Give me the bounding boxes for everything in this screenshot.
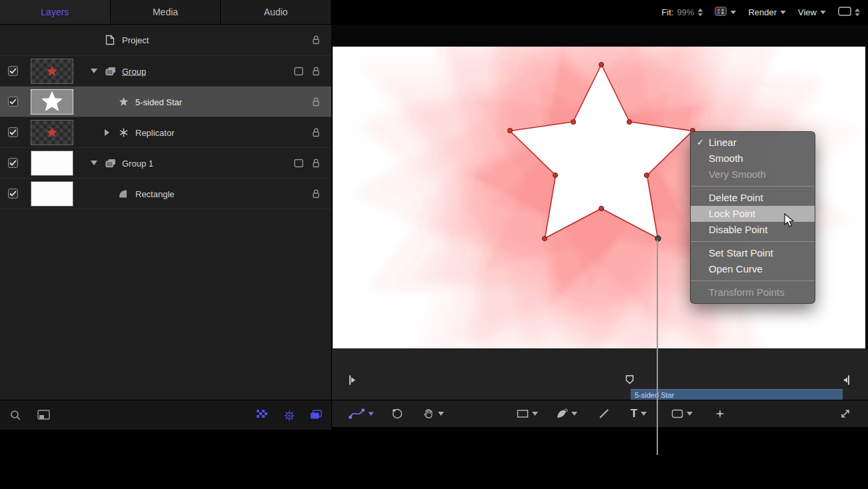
layer-row-rectangle[interactable]: Rectangle [0,179,331,209]
layer-name[interactable]: 5-sided Star [135,97,182,107]
text-tool-icon: T [631,407,637,420]
visibility-checkbox[interactable] [8,158,18,168]
lock-icon[interactable] [311,127,321,137]
bezier-shape-tool[interactable] [556,408,577,419]
layers-panel: Layers Media Audio Project [0,0,331,430]
checkerboard-icon[interactable] [257,410,267,418]
visibility-checkbox[interactable] [8,189,18,199]
menu-item-disable-point[interactable]: Disable Point [691,222,815,238]
layer-name[interactable]: Replicator [135,127,175,137]
render-menu[interactable]: Render [748,7,786,17]
rectangle-tool[interactable] [517,409,538,418]
display-control[interactable] [838,7,860,18]
menu-item-set-start-point[interactable]: Set Start Point [691,245,815,261]
visibility-checkbox[interactable] [8,66,18,76]
lock-icon[interactable] [311,189,321,199]
layer-row-group-1[interactable]: Group 1 [0,148,331,179]
group-icon [105,159,116,168]
menu-item-lock-point[interactable]: Lock Point [691,206,815,222]
fit-label: Fit: [661,7,673,17]
color-channels-control[interactable] [715,7,736,18]
gear-icon[interactable] [283,410,295,422]
fit-stepper[interactable] [697,9,703,17]
canvas-toolbar: Fit: 99% Render View [332,0,868,25]
view-label: View [798,7,817,17]
mask-rectangle-tool[interactable] [671,409,693,418]
layer-row-replicator[interactable]: Replicator [0,117,331,148]
timeline-clip-5-sided-star[interactable]: 5-sided Star [631,389,843,400]
mouse-cursor [784,213,796,228]
panel-tab-bar: Layers Media Audio [0,0,331,25]
expand-view-icon[interactable] [840,408,851,419]
disclosure-triangle[interactable] [105,129,109,136]
shape-star-icon [119,97,129,107]
layer-row-project[interactable]: Project [0,25,331,56]
tab-layers[interactable]: Layers [0,0,111,24]
menu-item-open-curve[interactable]: Open Curve [691,261,815,277]
blend-square-icon[interactable] [294,67,303,75]
layer-thumbnail[interactable] [31,89,73,115]
blend-square-icon[interactable] [294,159,303,167]
chevron-down-icon [687,412,693,416]
text-tool[interactable]: T [631,407,647,420]
checkmark-icon: ✓ [697,135,704,151]
menu-item-delete-point[interactable]: Delete Point [691,190,815,206]
chevron-down-icon [780,11,786,15]
fit-control[interactable]: Fit: 99% [661,7,703,17]
replicator-icon [119,127,129,137]
layers-stack-icon[interactable] [310,410,322,420]
layer-thumbnail[interactable] [31,151,73,176]
layer-name[interactable]: Group [122,66,146,76]
transform-3d-tool[interactable] [391,408,403,420]
menu-separator [691,241,815,242]
lock-icon[interactable] [311,158,321,168]
lock-icon[interactable] [311,66,321,76]
menu-item-very-smooth: Very Smooth [691,167,815,183]
disclosure-triangle[interactable] [91,69,97,73]
layer-row-5-sided-star[interactable]: 5-sided Star [0,87,331,117]
chevron-down-icon [641,412,647,416]
menu-item-transform-points: Transform Points [691,284,815,300]
search-icon[interactable] [10,410,21,421]
display-stepper[interactable] [855,9,860,17]
layer-name[interactable]: Rectangle [135,189,175,199]
mini-timeline[interactable]: 5-sided Star [332,348,868,400]
lock-icon[interactable] [311,97,321,107]
menu-item-linear[interactable]: ✓ Linear [691,135,815,151]
pan-hand-tool[interactable] [423,408,444,420]
layer-row-group[interactable]: Group [0,56,331,87]
project-label: Project [122,35,149,45]
chevron-down-icon [368,412,374,416]
layer-thumbnail[interactable] [31,120,73,145]
visibility-checkbox[interactable] [8,127,18,137]
menu-item-smooth[interactable]: Smooth [691,151,815,167]
layer-thumbnail[interactable] [31,181,73,207]
clip-label: 5-sided Star [631,391,674,399]
visibility-checkbox[interactable] [8,97,18,107]
playhead-marker[interactable] [625,375,634,387]
edit-points-tool[interactable] [349,408,374,420]
preview-area-icon[interactable] [37,410,50,420]
layer-name[interactable]: Group 1 [122,158,153,168]
magic-wand-tool[interactable] [715,408,725,419]
out-point-marker[interactable] [842,375,850,388]
motion-window: Layers Media Audio Project [0,0,868,489]
disclosure-triangle[interactable] [91,161,97,165]
chevron-down-icon [571,412,577,416]
in-point-marker[interactable] [349,375,357,388]
layer-thumbnail[interactable] [31,59,73,84]
layers-panel-footer [0,400,331,430]
chevron-down-icon [438,412,444,416]
menu-separator [691,280,815,281]
lock-icon[interactable] [311,35,321,45]
chevron-down-icon [532,412,538,416]
menu-separator [691,186,815,187]
point-context-menu: ✓ Linear Smooth Very Smooth Delete Point… [690,131,815,304]
tab-media[interactable]: Media [111,0,221,24]
callout-line [657,240,658,455]
tab-audio[interactable]: Audio [221,0,331,24]
paint-stroke-tool[interactable] [599,408,609,419]
view-menu[interactable]: View [798,7,826,17]
render-label: Render [748,7,777,17]
color-channels-icon [715,7,727,18]
